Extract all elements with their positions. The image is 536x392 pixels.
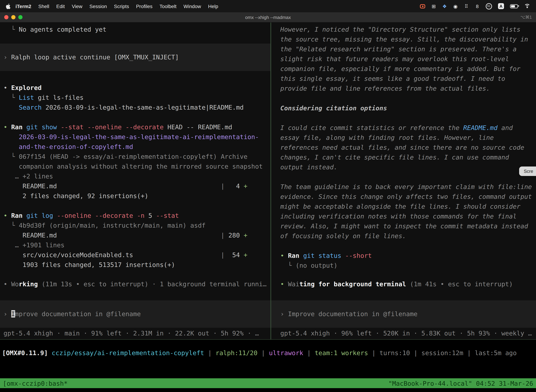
menu-list: iTerm2ShellEditViewSessionScriptsProfile… (12, 3, 222, 9)
menu-iterm2[interactable]: iTerm2 (12, 3, 35, 9)
terminal-line: and-the-erosion-of-copyleft.md (0, 142, 270, 152)
left-pane[interactable]: └ No agents completed yet › Ralph loop a… (0, 23, 270, 339)
terminal-line: └ (no output) (271, 261, 536, 271)
terminal-line: companion file, especially if more comme… (271, 64, 536, 74)
terminal-line: src/voice/voiceModeEnabled.ts | 54 + (0, 250, 270, 260)
terminal-line: essay file, along with finding root file… (271, 133, 536, 143)
right-prompt-input[interactable]: › Improve documentation in @filename (271, 300, 536, 328)
screen-tooltip: Scre (519, 167, 536, 176)
left-prompt-input[interactable]: › Improve documentation in @filename (0, 300, 270, 328)
terminal-line: the source tree, missing the essay. Stil… (271, 34, 536, 44)
terminal-line: output instead. (271, 162, 536, 172)
input-source-icon[interactable]: A (498, 3, 504, 9)
terminal-line: 2026-03-09-is-legal-the-same-as-legitima… (0, 132, 270, 142)
menu-profiles[interactable]: Profiles (133, 3, 156, 9)
right-body-lines: However, I noticed the "Directory Struct… (271, 25, 536, 271)
menu-toolbelt[interactable]: Toolbelt (156, 3, 180, 9)
terminal-line: • Ran git status --short (271, 251, 536, 261)
terminal-line: I could cite commit statistics or refere… (271, 123, 536, 133)
terminal-line: └ List git ls-files (0, 93, 270, 103)
eight-glyph-icon[interactable]: 8 (475, 3, 480, 9)
terminal-line (0, 201, 270, 211)
terminal-line: • Ran git show --stat --oneline --decora… (0, 122, 270, 132)
battery-percentage-icon[interactable]: 61 (486, 3, 492, 9)
terminal-line: changes, I can't cite specific file line… (271, 152, 536, 162)
wifi-icon[interactable] (524, 4, 530, 9)
window-grid-icon[interactable]: ⊞ (431, 3, 436, 9)
right-pane[interactable]: However, I noticed the "Directory Struct… (271, 23, 536, 339)
terminal-line: references need actual files, and since … (271, 143, 536, 152)
right-prompt-text: › Improve documentation in @filename (271, 300, 536, 328)
window-shortcut-hint: ⌥⌘1 (520, 15, 532, 20)
apple-menu-icon[interactable] (6, 3, 10, 9)
terminal-line: … +1901 lines (0, 240, 270, 250)
terminal-line: might be acceptable alongside the file l… (271, 202, 536, 211)
dots-grid-icon[interactable]: ⠿ (464, 3, 469, 9)
menu-edit[interactable]: Edit (53, 3, 68, 9)
terminal-line: companion analysis without altering the … (0, 162, 270, 171)
battery-icon[interactable] (510, 4, 518, 8)
terminal-line: • Ran git log --oneline --decorate -n 5 … (0, 211, 270, 221)
terminal-line: The team guideline is to back every impo… (271, 182, 536, 192)
terminal-line: the "Related research writing" section i… (271, 44, 536, 54)
terminal-line (0, 112, 270, 122)
terminal-line: slight risk that future readers may over… (271, 54, 536, 64)
window-title: omx --xhigh --madmax (0, 14, 536, 20)
right-pane-bottom: • Waiting for background terminal (1m 41… (271, 279, 536, 339)
menu-scripts[interactable]: Scripts (110, 3, 133, 9)
screen-recording-icon[interactable] (420, 4, 425, 8)
terminal-line: provide file and line references from th… (271, 84, 536, 93)
menubar: iTerm2ShellEditViewSessionScriptsProfile… (0, 0, 536, 12)
circle-dot-icon[interactable]: ◉ (453, 3, 458, 9)
blue-diamond-icon[interactable]: ❖ (442, 3, 447, 9)
menubar-status-icons: ⊞❖◉⠿861A (420, 3, 530, 9)
terminal-line (271, 241, 536, 251)
terminal-line: this single essay, it seems like a good … (271, 74, 536, 84)
left-body-lines: • Explored └ List git ls-files Search 20… (0, 83, 270, 270)
terminal-line: including verification notes with those … (271, 211, 536, 221)
terminal-line: README.md | 280 + (0, 230, 270, 240)
terminal-line: 1903 files changed, 513517 insertions(+) (0, 260, 270, 270)
terminal-line: Search 2026-03-09-is-legal-the-same-as-l… (0, 103, 270, 112)
left-pane-bottom: • Working (11m 13s • esc to interrupt) ·… (0, 279, 270, 339)
left-prompt-text: › Improve documentation in @filename (0, 300, 270, 328)
bottom-gap (0, 388, 536, 392)
menu-session[interactable]: Session (86, 3, 110, 9)
terminal-panes: └ No agents completed yet › Ralph loop a… (0, 23, 536, 340)
terminal-line: … +2 lines (0, 171, 270, 181)
terminal-line: However, I noticed the "Directory Struct… (271, 25, 536, 34)
terminal-line (271, 172, 536, 182)
terminal-line: Considering citation options (271, 103, 536, 113)
working-status-line: • Working (11m 13s • esc to interrupt) ·… (0, 279, 270, 289)
menu-window[interactable]: Window (180, 3, 205, 9)
waiting-status-line: • Waiting for background terminal (1m 41… (271, 279, 536, 289)
terminal-line: of focusing solely on file lines. (271, 231, 536, 241)
terminal-line (271, 113, 536, 123)
menu-help[interactable]: Help (205, 3, 222, 9)
terminal-line: review. Also, I might want to inspect th… (271, 221, 536, 231)
menu-view[interactable]: View (68, 3, 86, 9)
terminal-line: README.md | 4 + (0, 181, 270, 191)
screen: iTerm2ShellEditViewSessionScriptsProfile… (0, 0, 536, 392)
ralph-loop-bar[interactable]: › Ralph loop active continue [OMX_TMUX_I… (0, 44, 270, 71)
menu-shell[interactable]: Shell (35, 3, 53, 9)
omx-status-zone: [OMX#0.11.9] cczip/essay/ai-reimplementa… (0, 340, 536, 378)
tmux-host-time: "MacBook-Pro-44.local" 04:52 31-Mar-26 (388, 379, 533, 387)
right-model-status-line: gpt-5.4 xhigh · 96% left · 520K in · 5.8… (271, 328, 536, 338)
window-titlebar[interactable]: omx --xhigh --madmax ⌥⌘1 (0, 12, 536, 23)
ralph-loop-text: › Ralph loop active continue [OMX_TMUX_I… (0, 44, 270, 71)
terminal-line: evidence. Since this change only affects… (271, 192, 536, 202)
terminal-line: 2 files changed, 92 insertions(+) (0, 191, 270, 201)
left-pre-lines: └ No agents completed yet (0, 25, 270, 34)
terminal-line (271, 93, 536, 103)
tmux-status-bar: [omx-cczip0:bash* "MacBook-Pro-44.local"… (0, 378, 536, 388)
terminal-line: └ 4b9d30f (origin/main, instructkr/main,… (0, 221, 270, 230)
omx-status-line: [OMX#0.11.9] cczip/essay/ai-reimplementa… (0, 348, 536, 358)
left-model-status-line: gpt-5.4 xhigh · main · 91% left · 2.31M … (0, 328, 270, 338)
terminal-line: • Explored (0, 83, 270, 93)
tmux-session-window: [omx-cczip0:bash* (3, 379, 67, 387)
terminal-line: └ No agents completed yet (0, 25, 270, 34)
terminal-line: └ 067f154 (HEAD -> essay/ai-reimplementa… (0, 152, 270, 162)
